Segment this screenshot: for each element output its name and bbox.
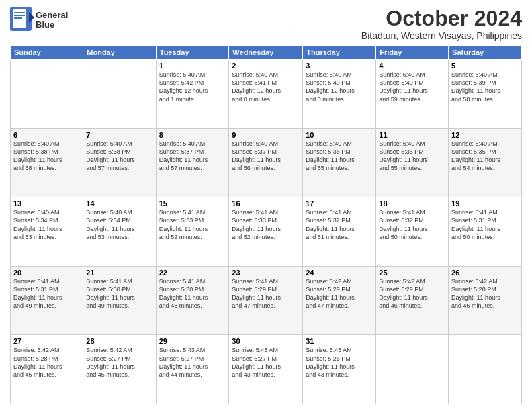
calendar: SundayMondayTuesdayWednesdayThursdayFrid… <box>10 45 522 404</box>
title-block: October 2024 Bitadtun, Western Visayas, … <box>361 7 522 41</box>
day-detail: Sunrise: 5:40 AM Sunset: 5:35 PM Dayligh… <box>379 140 445 173</box>
calendar-cell: 1Sunrise: 5:40 AM Sunset: 5:42 PM Daylig… <box>156 60 229 129</box>
col-header-saturday: Saturday <box>449 46 522 60</box>
calendar-cell: 22Sunrise: 5:41 AM Sunset: 5:30 PM Dayli… <box>156 266 229 335</box>
day-detail: Sunrise: 5:40 AM Sunset: 5:36 PM Dayligh… <box>306 140 373 173</box>
day-detail: Sunrise: 5:43 AM Sunset: 5:26 PM Dayligh… <box>306 346 373 379</box>
calendar-cell: 11Sunrise: 5:40 AM Sunset: 5:35 PM Dayli… <box>376 128 449 197</box>
day-detail: Sunrise: 5:40 AM Sunset: 5:39 PM Dayligh… <box>451 71 519 103</box>
day-detail: Sunrise: 5:42 AM Sunset: 5:27 PM Dayligh… <box>86 346 152 379</box>
day-detail: Sunrise: 5:41 AM Sunset: 5:31 PM Dayligh… <box>13 277 80 310</box>
day-number: 8 <box>159 131 226 139</box>
day-number: 26 <box>451 269 519 277</box>
day-number: 2 <box>232 62 300 70</box>
day-number: 16 <box>232 199 300 208</box>
day-detail: Sunrise: 5:41 AM Sunset: 5:33 PM Dayligh… <box>232 208 300 241</box>
logo-text: General Blue <box>36 11 68 30</box>
day-number: 30 <box>232 337 300 345</box>
calendar-cell: 9Sunrise: 5:40 AM Sunset: 5:37 PM Daylig… <box>229 128 303 197</box>
day-number: 9 <box>232 131 300 139</box>
calendar-cell: 19Sunrise: 5:41 AM Sunset: 5:31 PM Dayli… <box>449 197 522 267</box>
calendar-cell: 27Sunrise: 5:42 AM Sunset: 5:28 PM Dayli… <box>11 335 83 404</box>
day-number: 31 <box>306 337 373 345</box>
calendar-cell: 12Sunrise: 5:40 AM Sunset: 5:35 PM Dayli… <box>449 128 522 197</box>
day-number: 1 <box>159 62 226 70</box>
calendar-cell: 7Sunrise: 5:40 AM Sunset: 5:38 PM Daylig… <box>83 128 156 197</box>
day-detail: Sunrise: 5:41 AM Sunset: 5:30 PM Dayligh… <box>86 277 152 310</box>
col-header-friday: Friday <box>376 46 449 60</box>
day-detail: Sunrise: 5:42 AM Sunset: 5:28 PM Dayligh… <box>451 277 519 310</box>
day-detail: Sunrise: 5:43 AM Sunset: 5:27 PM Dayligh… <box>159 346 226 379</box>
day-number: 28 <box>86 337 152 345</box>
day-detail: Sunrise: 5:42 AM Sunset: 5:28 PM Dayligh… <box>13 346 80 379</box>
day-detail: Sunrise: 5:41 AM Sunset: 5:32 PM Dayligh… <box>379 208 445 241</box>
calendar-cell: 30Sunrise: 5:43 AM Sunset: 5:27 PM Dayli… <box>229 335 303 404</box>
day-detail: Sunrise: 5:41 AM Sunset: 5:33 PM Dayligh… <box>159 208 226 241</box>
calendar-cell: 20Sunrise: 5:41 AM Sunset: 5:31 PM Dayli… <box>11 266 83 335</box>
day-detail: Sunrise: 5:41 AM Sunset: 5:32 PM Dayligh… <box>306 208 373 241</box>
day-detail: Sunrise: 5:40 AM Sunset: 5:35 PM Dayligh… <box>451 140 519 173</box>
day-detail: Sunrise: 5:41 AM Sunset: 5:31 PM Dayligh… <box>451 208 519 241</box>
day-number: 27 <box>13 337 80 345</box>
day-number: 29 <box>159 337 226 345</box>
day-detail: Sunrise: 5:40 AM Sunset: 5:37 PM Dayligh… <box>232 140 300 173</box>
col-header-sunday: Sunday <box>11 46 83 60</box>
day-number: 25 <box>379 269 445 277</box>
col-header-monday: Monday <box>83 46 156 60</box>
calendar-cell <box>11 60 83 129</box>
calendar-cell: 2Sunrise: 5:40 AM Sunset: 5:41 PM Daylig… <box>229 60 303 129</box>
location: Bitadtun, Western Visayas, Philippines <box>361 30 522 41</box>
day-detail: Sunrise: 5:40 AM Sunset: 5:38 PM Dayligh… <box>13 140 80 173</box>
svg-rect-5 <box>14 17 22 19</box>
calendar-cell <box>376 335 449 404</box>
day-number: 18 <box>379 199 445 208</box>
day-detail: Sunrise: 5:40 AM Sunset: 5:37 PM Dayligh… <box>159 140 226 173</box>
logo-line2: Blue <box>36 20 68 30</box>
day-number: 21 <box>86 269 152 277</box>
day-number: 11 <box>379 131 445 139</box>
day-number: 3 <box>306 62 373 70</box>
calendar-cell: 4Sunrise: 5:40 AM Sunset: 5:40 PM Daylig… <box>376 60 449 129</box>
calendar-cell: 5Sunrise: 5:40 AM Sunset: 5:39 PM Daylig… <box>449 60 522 129</box>
header: General Blue October 2024 Bitadtun, West… <box>10 7 522 41</box>
logo-line1: General <box>36 11 68 20</box>
day-number: 12 <box>451 131 519 139</box>
day-detail: Sunrise: 5:43 AM Sunset: 5:27 PM Dayligh… <box>232 346 300 379</box>
logo-icon <box>10 7 34 34</box>
day-detail: Sunrise: 5:40 AM Sunset: 5:42 PM Dayligh… <box>159 71 226 103</box>
day-number: 4 <box>379 62 445 70</box>
day-number: 15 <box>159 199 226 208</box>
day-detail: Sunrise: 5:40 AM Sunset: 5:38 PM Dayligh… <box>86 140 152 173</box>
day-detail: Sunrise: 5:41 AM Sunset: 5:30 PM Dayligh… <box>159 277 226 310</box>
day-number: 17 <box>306 199 373 208</box>
calendar-cell: 17Sunrise: 5:41 AM Sunset: 5:32 PM Dayli… <box>303 197 376 267</box>
calendar-cell: 29Sunrise: 5:43 AM Sunset: 5:27 PM Dayli… <box>156 335 229 404</box>
day-number: 7 <box>86 131 152 139</box>
svg-rect-3 <box>14 12 25 13</box>
day-number: 6 <box>13 131 80 139</box>
col-header-tuesday: Tuesday <box>156 46 229 60</box>
day-detail: Sunrise: 5:40 AM Sunset: 5:41 PM Dayligh… <box>232 71 300 103</box>
calendar-cell: 31Sunrise: 5:43 AM Sunset: 5:26 PM Dayli… <box>303 335 376 404</box>
calendar-cell: 26Sunrise: 5:42 AM Sunset: 5:28 PM Dayli… <box>449 266 522 335</box>
day-number: 10 <box>306 131 373 139</box>
day-detail: Sunrise: 5:40 AM Sunset: 5:40 PM Dayligh… <box>379 71 445 103</box>
day-number: 14 <box>86 199 152 208</box>
day-detail: Sunrise: 5:42 AM Sunset: 5:29 PM Dayligh… <box>306 277 373 310</box>
month-title: October 2024 <box>361 7 522 30</box>
calendar-cell <box>449 335 522 404</box>
day-detail: Sunrise: 5:40 AM Sunset: 5:34 PM Dayligh… <box>13 208 80 241</box>
logo: General Blue <box>10 7 68 34</box>
calendar-cell: 28Sunrise: 5:42 AM Sunset: 5:27 PM Dayli… <box>83 335 156 404</box>
calendar-cell: 10Sunrise: 5:40 AM Sunset: 5:36 PM Dayli… <box>303 128 376 197</box>
calendar-cell <box>83 60 156 129</box>
calendar-cell: 15Sunrise: 5:41 AM Sunset: 5:33 PM Dayli… <box>156 197 229 267</box>
day-detail: Sunrise: 5:40 AM Sunset: 5:34 PM Dayligh… <box>86 208 152 241</box>
calendar-cell: 13Sunrise: 5:40 AM Sunset: 5:34 PM Dayli… <box>11 197 83 267</box>
day-number: 19 <box>451 199 519 208</box>
calendar-cell: 14Sunrise: 5:40 AM Sunset: 5:34 PM Dayli… <box>83 197 156 267</box>
calendar-cell: 21Sunrise: 5:41 AM Sunset: 5:30 PM Dayli… <box>83 266 156 335</box>
col-header-thursday: Thursday <box>303 46 376 60</box>
day-number: 20 <box>13 269 80 277</box>
day-number: 5 <box>451 62 519 70</box>
